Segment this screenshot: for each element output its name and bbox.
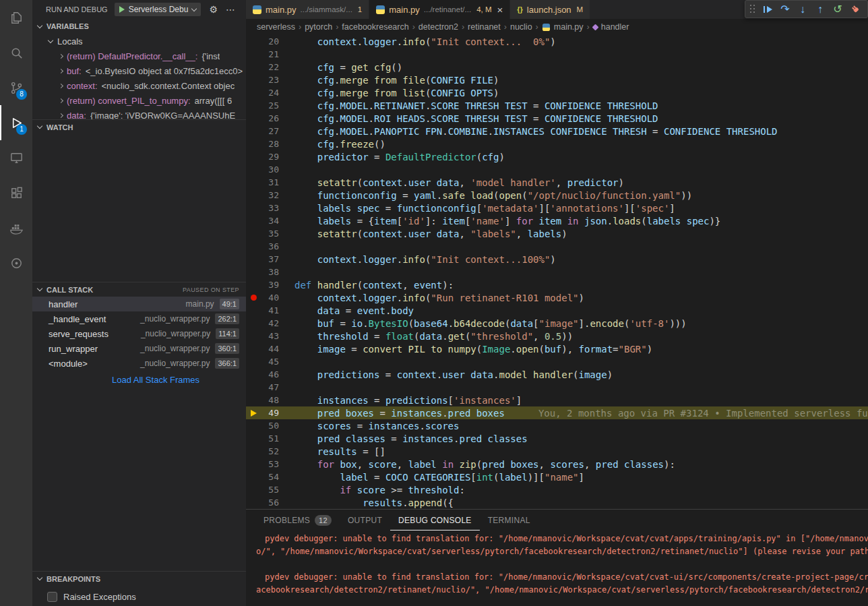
activity-extensions[interactable] — [0, 175, 32, 210]
stack-frame-row[interactable]: handlermain.py49:1 — [32, 297, 246, 311]
code-line: 52 results = [] — [246, 445, 868, 458]
breadcrumb-label: facebookresearch — [342, 22, 408, 32]
code-text: cfg.merge_from_list(CONFIG_OPTS) — [294, 88, 868, 98]
breadcrumb-item[interactable]: pytorch — [305, 22, 332, 32]
line-number: 52 — [261, 446, 279, 456]
code-token: box — [340, 459, 356, 470]
code-token: . — [369, 113, 374, 124]
code-token: . — [363, 318, 368, 329]
panel-tab-problems[interactable]: PROBLEMS12 — [255, 510, 340, 531]
activity-explorer[interactable] — [0, 0, 32, 35]
breadcrumb-item[interactable]: facebookresearch — [342, 22, 408, 32]
code-text: predictions = context.user_data.model_ha… — [294, 369, 868, 380]
stack-frame-row[interactable]: serve_requests_nuclio_wrapper.py114:1 — [32, 326, 246, 341]
breadcrumb-item[interactable]: main.py — [542, 22, 584, 32]
disconnect-button[interactable] — [846, 1, 864, 18]
breadcrumbs: serverless›pytorch›facebookresearch›dete… — [246, 19, 868, 35]
variables-section-header[interactable]: VARIABLES — [32, 19, 246, 34]
code-token: = — [613, 344, 618, 355]
gutter-glyph[interactable] — [246, 295, 261, 301]
activity-run-and-debug[interactable]: 1 — [0, 105, 32, 140]
close-icon[interactable]: × — [497, 5, 503, 15]
code-token: . — [442, 331, 447, 342]
variable-row[interactable]: (return) DefaultPredictor.__call__:{'ins… — [32, 49, 246, 63]
stack-frame-row[interactable]: _handle_event_nuclio_wrapper.py262:1 — [32, 311, 246, 326]
code-token: . — [419, 421, 425, 431]
breakpoint-row[interactable]: Raised Exceptions — [32, 589, 246, 604]
step-out-button[interactable]: ↑ — [811, 1, 829, 18]
tab-decoration: 4, M — [476, 5, 491, 13]
step-into-button[interactable]: ↓ — [794, 1, 811, 18]
code-line: 45 — [246, 355, 868, 368]
code-token: = — [528, 113, 545, 124]
editor-tab[interactable]: {}launch.jsonM — [510, 0, 590, 19]
scope-locals[interactable]: Locals — [32, 34, 246, 49]
activity-circle-tool[interactable] — [0, 245, 32, 280]
code-token: 'name' — [470, 216, 505, 226]
start-debug-icon[interactable] — [119, 6, 125, 13]
code-token: CONFIDENCE_THRESHOLD — [664, 126, 778, 137]
breadcrumb-label: detectron2 — [418, 22, 458, 32]
code-token: user_data — [442, 369, 493, 380]
variable-row[interactable]: context:<nuclio_sdk.context.Context obje… — [32, 78, 246, 93]
debug-settings-gear-icon[interactable]: ⚙ — [209, 4, 218, 15]
code-token — [294, 216, 317, 226]
continue-button[interactable] — [759, 1, 776, 18]
activity-remote-explorer[interactable] — [0, 140, 32, 175]
breadcrumb-label: retinanet — [468, 22, 501, 32]
editor-tab[interactable]: main.py.../retinanet/...4, M× — [369, 0, 509, 19]
breakpoints-section-header[interactable]: BREAKPOINTS — [32, 571, 246, 586]
breadcrumb-item[interactable]: detectron2 — [418, 22, 458, 32]
debug-console-output[interactable]: pydev debugger: unable to find translati… — [246, 531, 868, 606]
scope-label: Locals — [57, 36, 83, 47]
code-token: for — [516, 216, 533, 226]
code-area[interactable]: 20 context.logger.info("Init context... … — [246, 35, 868, 509]
code-token: = — [334, 318, 351, 329]
checkbox[interactable] — [47, 592, 57, 602]
breadcrumb-item[interactable]: serverless — [257, 22, 295, 32]
code-token: ROI_HEADS — [374, 113, 425, 124]
breakpoint-icon — [251, 295, 257, 301]
code-token: instances — [317, 395, 369, 406]
code-token: Image — [482, 344, 510, 355]
line-number: 51 — [261, 433, 279, 444]
debug-config-picker[interactable]: Serverless Debu — [115, 3, 202, 16]
breadcrumb-item[interactable]: handler — [593, 22, 629, 32]
panel-tab-terminal[interactable]: TERMINAL — [480, 510, 538, 531]
activity-docker[interactable] — [0, 210, 32, 245]
breadcrumb-item[interactable]: retinanet — [468, 22, 501, 32]
code-token: ( — [641, 216, 646, 226]
activity-search[interactable] — [0, 35, 32, 70]
step-over-button[interactable]: ↷ — [776, 1, 794, 18]
debug-toolbar: ↷ ↓ ↑ ↺ — [745, 0, 868, 18]
panel-tab-debug-console[interactable]: DEBUG CONSOLE — [390, 510, 480, 531]
variable-row[interactable]: buf:<_io.BytesIO object at 0x7f5a2dc1ecc… — [32, 63, 246, 78]
editor-group: main.py.../siammask/...1main.py.../retin… — [246, 0, 868, 606]
gutter-glyph[interactable] — [246, 410, 261, 417]
code-token: . — [357, 254, 363, 265]
code-token: pred_classes — [317, 433, 385, 444]
call-stack-section-header[interactable]: CALL STACK PAUSED ON STEP — [32, 282, 246, 297]
toolbar-drag-handle-icon[interactable] — [750, 5, 755, 13]
variable-name: (return) DefaultPredictor.__call__: — [67, 51, 197, 61]
variables-list: (return) DefaultPredictor.__call__:{'ins… — [32, 49, 246, 119]
variable-row[interactable]: data:{'image': 'iVBORw0KG=AAAANSUhE — [32, 108, 246, 119]
variable-row[interactable]: (return) convert_PIL_to_numpy:array([[[ … — [32, 93, 246, 108]
code-token: ] — [505, 216, 516, 226]
frame-position-badge: 360:1 — [215, 343, 239, 354]
stack-frame-row[interactable]: run_wrapper_nuclio_wrapper.py360:1 — [32, 341, 246, 356]
panel-tab-output[interactable]: OUTPUT — [340, 510, 390, 531]
restart-button[interactable]: ↺ — [829, 1, 846, 18]
code-token: [ — [448, 395, 454, 406]
load-all-stack-frames-link[interactable]: Load All Stack Frames — [32, 375, 246, 385]
activity-source-control[interactable]: 8 — [0, 70, 32, 105]
code-token: logger — [363, 254, 397, 265]
stack-frame-row[interactable]: <module>_nuclio_wrapper.py366:1 — [32, 356, 246, 371]
editor-tab[interactable]: main.py.../siammask/...1 — [246, 0, 369, 19]
variable-value: {'image': 'iVBORw0KG=AAAANSUhE — [90, 111, 235, 120]
code-token: BytesIO — [369, 318, 408, 329]
breadcrumb-item[interactable]: nuclio — [510, 22, 532, 32]
code-token: , — [459, 229, 470, 239]
watch-section-header[interactable]: WATCH — [32, 119, 246, 134]
more-actions-icon[interactable]: ⋯ — [226, 4, 235, 15]
